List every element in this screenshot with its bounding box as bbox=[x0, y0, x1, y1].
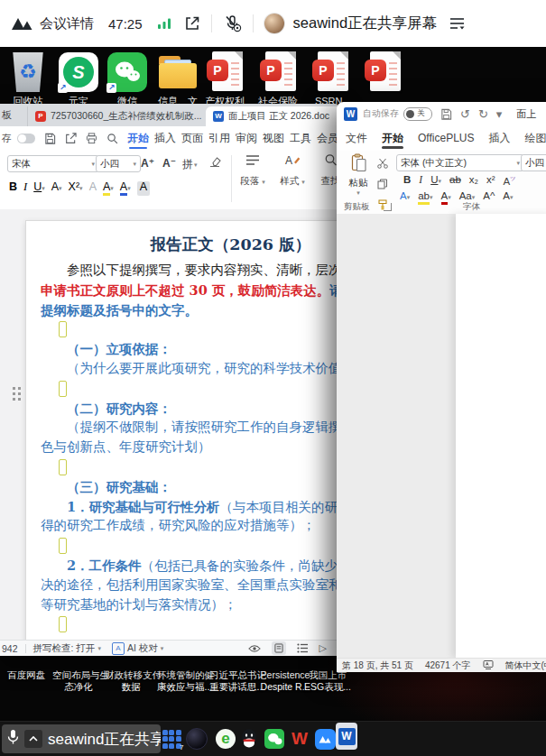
print-icon[interactable] bbox=[86, 133, 97, 144]
word-tab-开始[interactable]: 开始 bbox=[382, 125, 403, 151]
format-highlight-color-button[interactable]: A▾ bbox=[103, 180, 114, 196]
wps-menu-开始[interactable]: 开始 bbox=[127, 126, 149, 150]
word-tab-绘图[interactable]: 绘图 bbox=[524, 125, 546, 151]
dialog-launcher-icon[interactable] bbox=[384, 203, 392, 211]
desktop-icon-label-习近平总书记[interactable]: 习近平总书记重要讲话思... bbox=[209, 669, 262, 693]
wps-partial-tab[interactable]: 板 bbox=[2, 108, 12, 122]
export-icon[interactable] bbox=[65, 133, 77, 144]
desktop-icon-pdf-7[interactable]: P bbox=[358, 51, 407, 93]
word-tab-插入[interactable]: 插入 bbox=[488, 125, 510, 151]
sharing-control-pill[interactable]: seawind正在共享 bbox=[2, 724, 161, 753]
font-name-select[interactable]: 宋体▾ bbox=[7, 155, 99, 172]
format-grow-font-button[interactable]: A^ bbox=[483, 190, 495, 205]
desktop-icon-SSRN-[interactable]: PSSRN- bbox=[306, 51, 355, 107]
taskbar-icon-browser-360[interactable]: e bbox=[215, 728, 236, 750]
taskbar-icon-app-grid[interactable]: 7 bbox=[161, 728, 182, 750]
expand-share-panel-icon[interactable] bbox=[24, 730, 42, 748]
document-page[interactable]: 报告正文（2026 版） 参照以下提纲撰写，要求内容翔实、清晰，层次分申请书正文… bbox=[25, 220, 339, 641]
shrink-font-button[interactable]: A⁻ bbox=[162, 157, 176, 170]
layout-menu-icon[interactable] bbox=[449, 17, 465, 30]
find-group-button[interactable]: 查找 bbox=[314, 153, 339, 188]
format-bold-button[interactable]: B bbox=[9, 180, 17, 196]
redo-icon[interactable]: ↻ bbox=[478, 107, 488, 121]
wps-doc-tab[interactable]: P7257030660_生态补偿绩效机制政... bbox=[27, 106, 211, 126]
wps-menu-视图[interactable]: 视图 bbox=[263, 126, 284, 150]
format-strikethrough-button[interactable]: ab bbox=[449, 174, 461, 189]
save-icon[interactable] bbox=[440, 108, 452, 120]
format-underline-button[interactable]: U▾ bbox=[33, 180, 45, 196]
proofing-icon[interactable] bbox=[483, 659, 494, 672]
meeting-details-button[interactable]: 会议详情 bbox=[40, 15, 94, 32]
word-document-page[interactable] bbox=[456, 214, 546, 658]
wps-menu-插入[interactable]: 插入 bbox=[154, 126, 176, 150]
chevron-down-icon[interactable]: ▾ bbox=[496, 107, 503, 121]
print-layout-icon[interactable] bbox=[272, 641, 286, 655]
format-italic-button[interactable]: I bbox=[419, 174, 422, 189]
paragraph-drag-handle-icon[interactable] bbox=[13, 387, 15, 390]
desktop-icon-label-财政转移支付[interactable]: 财政转移支付数据 bbox=[105, 669, 157, 693]
wps-menu-页面[interactable]: 页面 bbox=[181, 126, 203, 150]
mic-muted-icon[interactable] bbox=[223, 14, 242, 32]
paragraph-group-button[interactable]: 段落 ▾ bbox=[235, 153, 271, 188]
desktop-icon-label-环境管制的健[interactable]: 环境管制的健康效应与福... bbox=[157, 669, 209, 693]
undo-icon[interactable]: ↺ bbox=[460, 107, 470, 121]
word-tab-OfficePLUS[interactable]: OfficePLUS bbox=[418, 125, 474, 151]
desktop-icon-label-我国上市[interactable]: 我国上市ESG表现... bbox=[301, 669, 355, 693]
wps-menu-引用[interactable]: 引用 bbox=[208, 126, 230, 150]
ai-proof-label[interactable]: AI 校对 bbox=[127, 642, 158, 655]
format-italic-button[interactable]: I bbox=[23, 180, 27, 196]
wps-menu-审阅[interactable]: 审阅 bbox=[236, 126, 257, 150]
outline-view-icon[interactable] bbox=[297, 643, 309, 653]
page-indicator[interactable]: 第 18 页, 共 51 页 bbox=[342, 659, 413, 672]
cut-icon[interactable] bbox=[377, 156, 388, 172]
desktop-icon-微信[interactable]: ↗微信 bbox=[103, 51, 152, 107]
format-text-highlight-button[interactable]: ab▾ bbox=[418, 190, 432, 205]
paste-button[interactable]: 粘贴 ▾ bbox=[342, 153, 375, 197]
desktop-icon-元宝[interactable]: S↗元宝 bbox=[54, 51, 103, 107]
spellcheck-status[interactable]: 拼写检查: 打开 bbox=[33, 642, 96, 655]
grow-font-button[interactable]: A⁺ bbox=[141, 157, 154, 170]
clear-format-icon[interactable] bbox=[209, 156, 221, 168]
desktop-icon-label-空间布局与生[interactable]: 空间布局与生态净化 bbox=[52, 669, 105, 693]
taskbar-icon-tencent-meeting[interactable] bbox=[314, 728, 336, 750]
format-bold-button[interactable]: B bbox=[403, 174, 411, 189]
format-font-color-button[interactable]: A▾ bbox=[441, 190, 451, 205]
taskbar-icon-dark-browser[interactable] bbox=[186, 728, 208, 750]
styles-group-button[interactable]: A 样式 ▾ bbox=[274, 153, 310, 188]
taskbar-icon-wps-office[interactable]: W bbox=[289, 728, 310, 750]
wps-menu-工具[interactable]: 工具 bbox=[290, 126, 311, 150]
wps-doc-tab[interactable]: W面上项目 正文 2026.doc bbox=[206, 106, 339, 126]
font-name-select[interactable]: 宋体 (中文正文)▾ bbox=[396, 154, 524, 171]
format-superscript-button[interactable]: X²▾ bbox=[69, 180, 83, 196]
format-char-border-button[interactable]: A▾ bbox=[51, 180, 62, 196]
play-presentation-icon[interactable]: ▷ bbox=[319, 642, 327, 654]
language-indicator[interactable]: 简体中文(中... bbox=[505, 659, 546, 672]
format-phonetic-guide-button[interactable]: Aツ bbox=[504, 173, 516, 190]
mic-icon[interactable] bbox=[7, 729, 19, 749]
format-clear-format-button[interactable]: A bbox=[89, 180, 97, 196]
save-icon[interactable] bbox=[44, 133, 56, 144]
format-subscript-button[interactable]: x₂ bbox=[469, 174, 478, 189]
wps-autosave-toggle[interactable] bbox=[17, 134, 35, 143]
taskbar-icon-qq[interactable] bbox=[238, 728, 260, 750]
taskbar-icon-word-active[interactable]: W bbox=[336, 725, 357, 747]
desktop-icon-label-百度网盘[interactable]: 百度网盘 bbox=[1, 669, 51, 681]
format-char-shading-button[interactable]: A bbox=[137, 180, 150, 196]
open-external-icon[interactable] bbox=[184, 15, 200, 32]
desktop-icon-回收站[interactable]: ♻回收站 bbox=[4, 51, 52, 107]
format-font-color-button[interactable]: A▾ bbox=[120, 180, 131, 196]
word-tab-文件[interactable]: 文件 bbox=[346, 125, 367, 151]
print-preview-icon[interactable] bbox=[106, 133, 118, 144]
word-count[interactable]: 42671 个字 bbox=[425, 659, 471, 672]
word-document-canvas[interactable] bbox=[337, 214, 546, 658]
format-text-effects-button[interactable]: A▾ bbox=[400, 190, 410, 205]
read-mode-icon[interactable] bbox=[248, 644, 261, 653]
font-size-select[interactable]: 小四▾ bbox=[96, 155, 141, 172]
copy-icon[interactable] bbox=[377, 177, 388, 193]
format-underline-button[interactable]: U▾ bbox=[430, 174, 441, 189]
taskbar-icon-wechat[interactable] bbox=[264, 728, 285, 750]
format-superscript-button[interactable]: x² bbox=[486, 174, 495, 189]
font-size-select[interactable]: 小四 bbox=[521, 154, 546, 171]
autosave-toggle[interactable]: 关 bbox=[403, 107, 432, 121]
wps-menu-会员[interactable]: 会员 bbox=[317, 126, 338, 150]
